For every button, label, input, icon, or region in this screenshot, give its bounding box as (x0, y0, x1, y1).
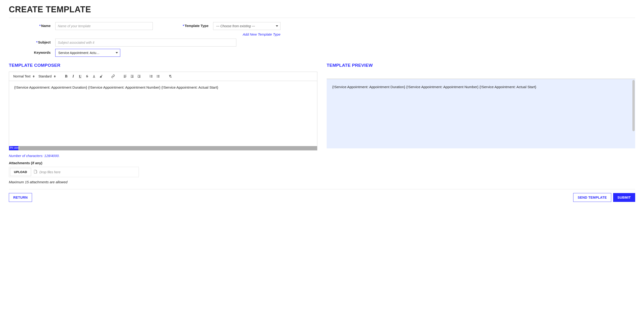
name-input[interactable] (55, 22, 153, 30)
clear-format-button[interactable] (168, 74, 173, 79)
svg-point-4 (157, 76, 157, 77)
underline-button[interactable]: U (78, 74, 83, 79)
add-template-type-link[interactable]: Add New Template Type (242, 32, 280, 36)
link-button[interactable] (110, 74, 116, 79)
send-template-button[interactable]: SEND TEMPLATE (573, 193, 611, 202)
unordered-list-button[interactable] (156, 74, 161, 79)
footer: RETURN SEND TEMPLATE SUBMIT (9, 189, 635, 202)
template-type-label: *Template Type (158, 22, 208, 28)
svg-text:3: 3 (150, 77, 150, 78)
italic-button[interactable]: I (70, 74, 76, 79)
sort-icon (33, 75, 34, 77)
highlight-button[interactable] (98, 74, 104, 79)
file-drop-icon (34, 169, 38, 175)
preview-heading: TEMPLATE PREVIEW (327, 63, 635, 68)
sort-icon (54, 75, 56, 77)
scrollbar[interactable] (632, 80, 635, 131)
divider (9, 18, 635, 18)
ordered-list-button[interactable]: 123 (148, 74, 154, 79)
drop-zone[interactable]: Drop files here (32, 167, 138, 177)
submit-button[interactable]: SUBMIT (613, 193, 635, 202)
preview-column: TEMPLATE PREVIEW {!Service Appointment: … (327, 63, 635, 184)
page-title: CREATE TEMPLATE (9, 5, 635, 15)
subject-label: *Subject (9, 39, 50, 44)
char-count: Number of characters: 128/4000. (9, 154, 317, 158)
name-label: *Name (9, 22, 50, 28)
preview-box: {!Service Appointment: Appointment Durat… (327, 79, 635, 148)
align-left-button[interactable] (122, 74, 128, 79)
indent-decrease-button[interactable] (130, 74, 135, 79)
composer-column: TEMPLATE COMPOSER Normal Text Standard B… (9, 63, 317, 184)
font-weight-select[interactable]: Standard (38, 74, 57, 79)
svg-point-5 (157, 77, 157, 77)
form-grid: *Name *Template Type --- Choose from exi… (9, 22, 635, 57)
strikethrough-button[interactable]: S (84, 74, 90, 79)
svg-point-3 (157, 75, 157, 76)
attachments-label: Attachments (if any) (9, 161, 317, 165)
upload-row: UPLOAD Drop files here (9, 167, 139, 177)
template-type-select[interactable]: --- Choose from existing --- (213, 22, 280, 30)
usage-bar: 3% used (9, 146, 317, 150)
keywords-label: Keywords (9, 49, 50, 54)
font-color-button[interactable] (92, 74, 96, 79)
keywords-select[interactable]: Service Appointment: Actu… (55, 49, 120, 57)
upload-button[interactable]: UPLOAD (10, 168, 31, 176)
indent-increase-button[interactable] (136, 74, 142, 79)
subject-input[interactable] (55, 39, 236, 47)
editor-toolbar: Normal Text Standard B I U S (9, 72, 317, 81)
editor-frame: Normal Text Standard B I U S (9, 72, 317, 150)
return-button[interactable]: RETURN (9, 193, 32, 202)
block-style-select[interactable]: Normal Text (12, 74, 36, 79)
max-attach-note: Maximum 15 attachments are allowed (9, 180, 317, 184)
composer-heading: TEMPLATE COMPOSER (9, 63, 317, 68)
editor-body[interactable]: {!Service Appointment: Appointment Durat… (9, 81, 317, 146)
bold-button[interactable]: B (64, 74, 69, 79)
